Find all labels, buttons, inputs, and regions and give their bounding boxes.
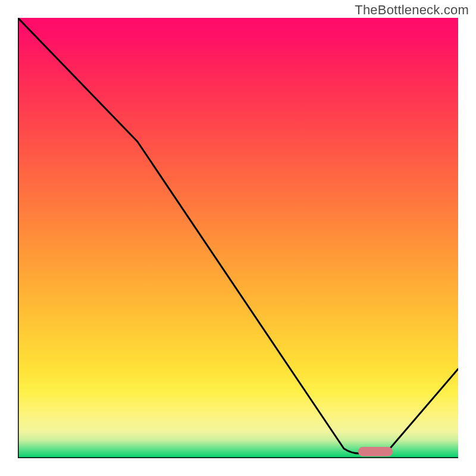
optimal-marker: [358, 447, 393, 456]
chart-container: TheBottleneck.com: [0, 0, 476, 476]
watermark-text: TheBottleneck.com: [355, 2, 469, 18]
plot-area: [18, 18, 458, 458]
heat-gradient-background: [18, 18, 458, 458]
